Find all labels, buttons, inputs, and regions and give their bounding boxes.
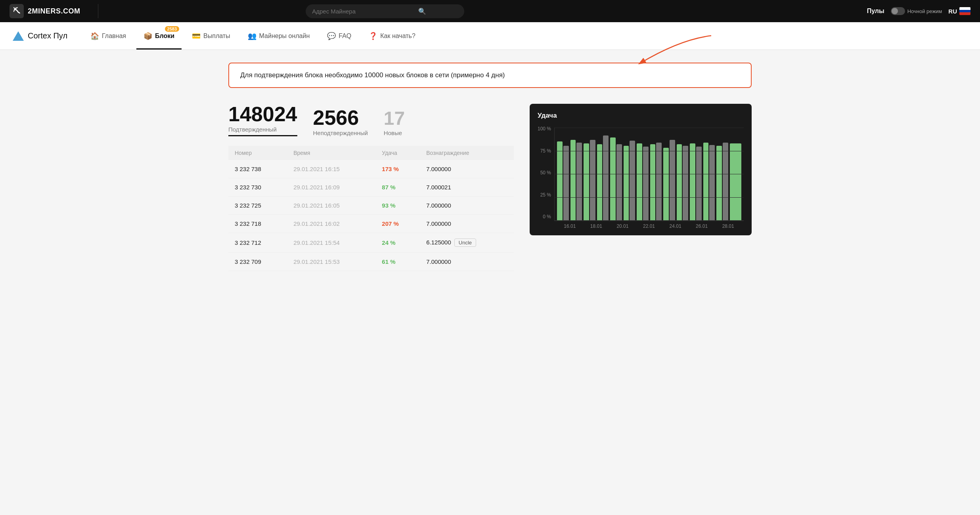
uncle-badge: Uncle — [454, 238, 476, 247]
bar-green — [584, 143, 589, 221]
toggle-switch[interactable] — [891, 7, 905, 15]
stats-chart-row: 148024 Подтвержденный 2566 Неподтвержден… — [228, 104, 752, 271]
night-mode-toggle[interactable]: Ночной режим — [891, 7, 942, 15]
cell-reward: 7.000000 — [420, 215, 514, 233]
cell-reward: 7.000000 — [420, 253, 514, 271]
table-row: 3 232 72529.01.2021 16:0593 %7.000000 — [228, 196, 514, 215]
chart-bars — [554, 128, 744, 221]
nav-item-miners[interactable]: 👥 Майнеры онлайн — [241, 22, 317, 50]
cell-luck: 87 % — [375, 178, 420, 196]
bar-green — [624, 146, 629, 221]
gridline-0 — [555, 220, 744, 221]
nav-item-home[interactable]: 🏠 Главная — [83, 22, 133, 50]
toggle-knob — [892, 8, 898, 14]
search-bar[interactable]: 🔍 — [306, 4, 464, 18]
cell-number: 3 232 712 — [228, 233, 287, 253]
bar-gray — [709, 145, 715, 221]
bar-gray — [670, 140, 675, 221]
cell-time: 29.01.2021 16:09 — [287, 178, 375, 196]
bar-gray — [630, 141, 635, 221]
language-button[interactable]: RU — [948, 7, 970, 15]
cell-reward: 7.000021 — [420, 178, 514, 196]
bar-pair — [703, 143, 715, 221]
stats-left: 148024 Подтвержденный 2566 Неподтвержден… — [228, 104, 514, 271]
cell-luck: 173 % — [375, 160, 420, 178]
start-icon: ❓ — [369, 32, 377, 40]
bar-gray — [696, 147, 702, 221]
nav-label-miners: Майнеры онлайн — [259, 32, 310, 40]
pools-button[interactable]: Пулы — [867, 8, 884, 15]
nav-item-faq[interactable]: 💬 FAQ — [320, 22, 358, 50]
stat-unconfirmed: 2566 Неподтвержденный — [313, 107, 368, 136]
alert-text: Для подтверждения блока необходимо 10000… — [240, 71, 505, 79]
bar-green — [637, 143, 642, 221]
unconfirmed-label: Неподтвержденный — [313, 130, 368, 136]
chart-title: Удача — [538, 112, 744, 120]
unconfirmed-number: 2566 — [313, 107, 368, 128]
cell-time: 29.01.2021 15:54 — [287, 233, 375, 253]
bar-pair — [570, 140, 582, 221]
stat-new: 17 Новые — [384, 109, 405, 136]
nav-item-payouts[interactable]: 💳 Выплаты — [185, 22, 237, 50]
bar-green — [557, 141, 563, 221]
chart-x-label: 26.01 — [689, 223, 715, 229]
search-icon: 🔍 — [418, 8, 426, 15]
night-mode-label: Ночной режим — [907, 8, 942, 14]
chart-x-label: 18.01 — [583, 223, 610, 229]
nav-label-start: Как начать? — [380, 32, 415, 40]
main-content: Для подтверждения блока необходимо 10000… — [212, 50, 768, 284]
new-label: Новые — [384, 130, 405, 136]
table-row: 3 232 70929.01.2021 15:5361 %7.000000 — [228, 253, 514, 271]
nav-items: 🏠 Главная 📦 Блоки 2583 💳 Выплаты 👥 Майне… — [83, 22, 423, 50]
flag-icon — [959, 7, 970, 15]
gridline-100 — [555, 128, 744, 128]
bar-pair — [557, 141, 569, 221]
cell-reward: 7.000000 — [420, 160, 514, 178]
bar-green — [677, 144, 682, 221]
confirmed-underline — [228, 135, 297, 136]
pool-title: Cortex Пул — [28, 31, 67, 40]
blocks-table: Номер Время Удача Вознаграждение 3 232 7… — [228, 146, 514, 271]
table-row: 3 232 73829.01.2021 16:15173 %7.000000 — [228, 160, 514, 178]
site-logo: ⛏ 2MINERS.COM — [10, 4, 80, 18]
faq-icon: 💬 — [327, 32, 336, 40]
bar-pair — [690, 143, 702, 221]
y-label-25: 25 % — [538, 192, 551, 198]
cell-time: 29.01.2021 15:53 — [287, 253, 375, 271]
cell-reward: 6.125000Uncle — [420, 233, 514, 253]
y-label-100: 100 % — [538, 126, 551, 132]
search-input[interactable] — [312, 8, 415, 15]
y-label-50: 50 % — [538, 170, 551, 175]
cell-luck: 61 % — [375, 253, 420, 271]
bar-gray — [643, 147, 649, 221]
bar-green — [650, 144, 656, 221]
logo-icon: ⛏ — [10, 4, 24, 18]
cell-time: 29.01.2021 16:05 — [287, 196, 375, 215]
bar-pair — [716, 143, 728, 221]
bar-gray — [616, 144, 622, 221]
y-label-0: 0 % — [538, 214, 551, 219]
nav-label-faq: FAQ — [339, 32, 351, 40]
blocks-icon: 📦 — [144, 32, 152, 40]
chart-x-label: 28.01 — [715, 223, 741, 229]
bar-gray — [576, 143, 582, 221]
nav-label-home: Главная — [102, 32, 126, 40]
nav-item-blocks[interactable]: 📦 Блоки 2583 — [136, 22, 182, 50]
bar-gray — [723, 143, 728, 221]
bar-green — [570, 140, 576, 221]
stats-numbers: 148024 Подтвержденный 2566 Неподтвержден… — [228, 104, 514, 136]
lang-label: RU — [948, 8, 957, 15]
bar-pair — [624, 141, 635, 221]
nav-divider — [98, 4, 98, 18]
bar-gray — [603, 135, 609, 221]
bar-pair — [610, 137, 622, 221]
pool-title-light: Пул — [51, 31, 67, 40]
nav-item-start[interactable]: ❓ Как начать? — [362, 22, 423, 50]
cell-luck: 93 % — [375, 196, 420, 215]
top-nav-right: Пулы Ночной режим RU — [867, 7, 970, 15]
bar-gray — [590, 140, 595, 221]
bar-green — [663, 148, 669, 221]
cell-time: 29.01.2021 16:15 — [287, 160, 375, 178]
table-row: 3 232 71229.01.2021 15:5424 %6.125000Unc… — [228, 233, 514, 253]
chart-bars-container: 16.0118.0120.0122.0124.0126.0128.01 — [554, 128, 744, 229]
